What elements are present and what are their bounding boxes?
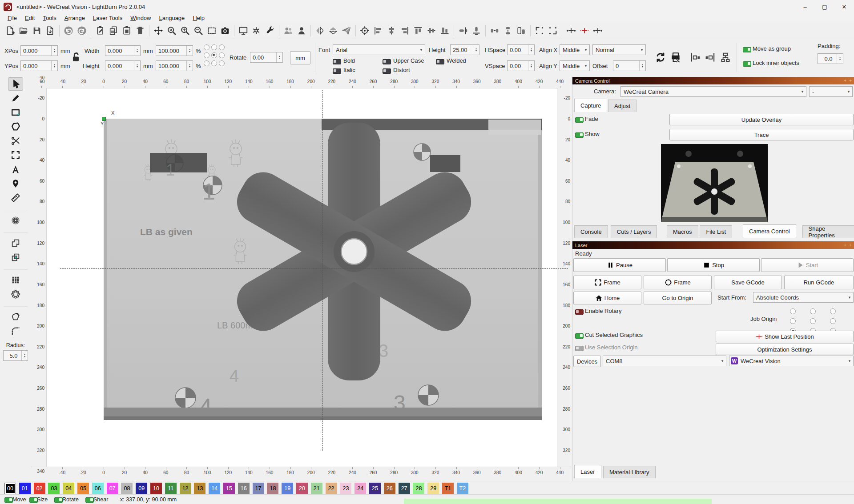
lock-ratio-icon[interactable] [70,52,82,63]
show-toggle[interactable] [575,132,584,138]
job-origin-radio-0-1[interactable] [810,308,816,314]
palette-swatch-17[interactable]: 17 [253,483,264,494]
enable-rotary-toggle[interactable] [575,309,584,315]
tool-grid-array[interactable] [8,273,23,287]
lock-inner-toggle[interactable] [743,61,751,67]
trace-button[interactable]: Trace [669,129,854,140]
palette-swatch-27[interactable]: 27 [399,483,410,494]
dock-tab-file-list[interactable]: File List [700,225,732,238]
vspace-field[interactable]: 0.00▴▾ [507,60,535,71]
focus-target-button[interactable] [358,24,371,37]
status-toggle-move[interactable] [4,497,13,503]
pause-button[interactable]: Pause [573,258,666,272]
move-v-button[interactable] [470,24,483,37]
move-as-group-toggle[interactable] [743,47,751,52]
anchor-0-2[interactable] [219,44,225,50]
palette-swatch-T2[interactable]: T2 [457,483,468,494]
undo-button[interactable] [62,24,75,37]
flip-vertical-button[interactable] [313,24,326,37]
palette-swatch-08[interactable]: 08 [121,483,133,494]
start-from-dropdown[interactable]: Absolute Coords▾ [753,292,854,303]
frame-circle-button[interactable]: Frame [644,276,712,289]
status-toggle-rotate[interactable] [54,497,63,503]
tool-shape-morph[interactable] [8,310,23,324]
minimize-button[interactable]: – [795,0,815,13]
tool-rectangle[interactable] [8,106,23,119]
dock-tab-macros[interactable]: Macros [667,225,698,238]
offset-field[interactable]: 0▴▾ [613,60,646,71]
palette-swatch-10[interactable]: 10 [150,483,162,494]
tool-text[interactable] [8,163,23,176]
palette-swatch-05[interactable]: 05 [77,483,89,494]
start-button[interactable]: Start [761,258,854,272]
zoom-page-button[interactable] [165,24,178,37]
camera-lens-dropdown[interactable]: -▾ [809,86,853,97]
welded-toggle[interactable] [436,59,444,64]
dock-close-icon[interactable]: + [849,243,852,248]
redo-button[interactable] [75,24,89,37]
bottom-tab-material-library[interactable]: Material Library [603,466,656,478]
palette-swatch-16[interactable]: 16 [238,483,250,494]
node-input-icon[interactable] [689,52,701,63]
job-origin-radio-0-2[interactable] [830,308,836,314]
palette-swatch-T1[interactable]: T1 [442,483,454,494]
frame-square-button[interactable]: Frame [573,276,641,289]
job-origin-radio-1-2[interactable] [830,318,836,324]
font-dropdown[interactable]: Arial▾ [333,44,425,55]
tool-position-laser[interactable] [8,177,23,190]
height-scale-field[interactable]: 100.000▴▾ [156,60,193,71]
align-left-button[interactable] [371,24,385,37]
canvas[interactable]: -60-40-200204060801001201401601802002202… [31,76,572,481]
zoom-out-button[interactable] [192,24,205,37]
align-hcenter-button[interactable] [385,24,398,37]
tool-circular-array[interactable] [8,288,23,301]
height-field[interactable]: 0.000▴▾ [105,60,141,71]
palette-swatch-03[interactable]: 03 [48,483,60,494]
anchor-point-selector[interactable] [204,44,227,69]
node-output-icon[interactable] [705,52,716,63]
port-dropdown[interactable]: COM8▾ [603,356,726,366]
save-button[interactable] [30,24,44,37]
palette-swatch-13[interactable]: 13 [194,483,205,494]
xpos-field[interactable]: 0.000▴▾ [20,45,58,56]
tool-polygon[interactable] [8,120,23,133]
optimization-settings-button[interactable]: Optimization Settings [716,344,854,355]
maximize-button[interactable]: ▢ [815,0,834,13]
zoom-in-button[interactable] [178,24,192,37]
anchor-2-2[interactable] [219,60,225,66]
dock-float-icon[interactable]: + [844,78,846,83]
trace-image-button[interactable] [237,24,250,37]
position-dots-button[interactable] [564,24,578,37]
dock-tab-console[interactable]: Console [574,225,608,238]
palette-swatch-21[interactable]: 21 [311,483,322,494]
font-height-field[interactable]: 25.00▴▾ [450,44,479,55]
anchor-1-0[interactable] [204,52,209,58]
palette-swatch-06[interactable]: 06 [92,483,104,494]
padding-field[interactable]: 0.0▴▾ [818,53,843,64]
tool-radius-corners[interactable] [8,324,23,338]
align-top-button[interactable] [411,24,425,37]
distort-toggle[interactable] [383,68,391,74]
distribute-h-button[interactable] [488,24,501,37]
palette-swatch-18[interactable]: 18 [267,483,278,494]
camera-dropdown[interactable]: WeCreat Camera▾ [620,86,806,97]
menu-language[interactable]: Language [155,14,189,22]
text-style-dropdown[interactable]: Normal▾ [592,44,646,55]
rotate-field[interactable]: 0.00▴▾ [250,52,283,63]
send-button[interactable] [340,24,353,37]
palette-swatch-19[interactable]: 19 [282,483,293,494]
aligny-dropdown[interactable]: Middle▾ [560,60,590,71]
width-scale-field[interactable]: 100.000▴▾ [156,45,193,56]
anchor-2-1[interactable] [211,60,217,66]
import-button[interactable] [44,24,57,37]
width-field[interactable]: 0.000▴▾ [105,45,141,56]
save-gcode-button[interactable]: Save GCode [714,276,782,289]
align-vcenter-button[interactable] [425,24,438,37]
alignx-dropdown[interactable]: Middle▾ [560,44,590,55]
cut-button[interactable] [93,24,107,37]
fade-toggle[interactable] [575,117,584,123]
palette-swatch-14[interactable]: 14 [209,483,220,494]
use-selection-origin-toggle[interactable] [575,346,584,351]
settings-button[interactable] [250,24,263,37]
device-dropdown[interactable]: WWeCreat Vision▾ [729,356,854,366]
